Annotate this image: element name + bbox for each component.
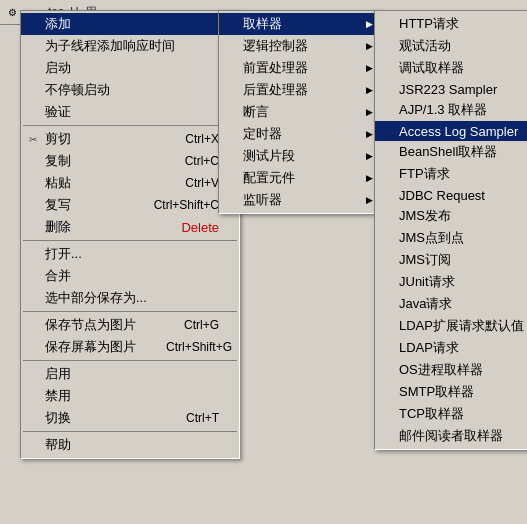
context-menu-level3: HTTP请求 观试活动 调试取样器 JSR223 Sampler AJP/1.3… (374, 10, 527, 450)
menu-item-redo-shortcut: Ctrl+Shift+C (124, 198, 219, 212)
menu-item-open[interactable]: 打开... (21, 243, 239, 265)
menu-item-cut-shortcut: Ctrl+X (155, 132, 219, 146)
menu-item-save-node-image[interactable]: 保存节点为图片 Ctrl+G (21, 314, 239, 336)
menu-item-config-elem-label: 配置元件 (243, 169, 295, 187)
menu-item-test-activity[interactable]: 观试活动 (375, 35, 527, 57)
menu-item-os-process-sampler-label: OS进程取样器 (399, 361, 483, 379)
scissors-icon (25, 131, 41, 147)
menu-item-timer-label: 定时器 (243, 125, 282, 143)
menu-item-http-request[interactable]: HTTP请求 (375, 13, 527, 35)
menu-item-ldap-request[interactable]: LDAP请求 (375, 337, 527, 359)
menu-item-validate[interactable]: 验证 (21, 101, 239, 123)
menu-item-ldap-ext-default-label: LDAP扩展请求默认值 (399, 317, 524, 335)
menu-item-delete-label: 删除 (45, 218, 71, 236)
menu-item-config-elem[interactable]: 配置元件 (219, 167, 377, 189)
menu-item-cut-label: 剪切 (45, 130, 71, 148)
menu-item-jsr223-sampler[interactable]: JSR223 Sampler (375, 79, 527, 99)
menu-item-access-log-sampler[interactable]: Access Log Sampler (375, 121, 527, 141)
menu-item-access-log-sampler-label: Access Log Sampler (399, 124, 518, 139)
menu-item-start-label: 启动 (45, 59, 71, 77)
menu-item-jdbc-request[interactable]: JDBC Request (375, 185, 527, 205)
menu-item-save-screen-image-shortcut: Ctrl+Shift+G (136, 340, 232, 354)
menu-item-debug-sampler-label: 调试取样器 (399, 59, 464, 77)
menu-item-os-process-sampler[interactable]: OS进程取样器 (375, 359, 527, 381)
menu-item-save-node-image-shortcut: Ctrl+G (154, 318, 219, 332)
menu-item-redo-label: 复写 (45, 196, 71, 214)
toolbar-icon-1: ⚙ (4, 4, 20, 20)
menu-item-cut[interactable]: 剪切 Ctrl+X (21, 128, 239, 150)
menu-item-jms-point[interactable]: JMS点到点 (375, 227, 527, 249)
menu-item-help-label: 帮助 (45, 436, 71, 454)
menu-item-assertion-label: 断言 (243, 103, 269, 121)
menu-item-start[interactable]: 启动 (21, 57, 239, 79)
menu-item-logic-ctrl[interactable]: 逻辑控制器 (219, 35, 377, 57)
menu-item-listener[interactable]: 监听器 (219, 189, 377, 211)
menu-item-jms-subscribe[interactable]: JMS订阅 (375, 249, 527, 271)
menu-item-test-fragment[interactable]: 测试片段 (219, 145, 377, 167)
menu-item-junit-request[interactable]: JUnit请求 (375, 271, 527, 293)
menu-item-listener-label: 监听器 (243, 191, 282, 209)
menu-item-save-node-image-label: 保存节点为图片 (45, 316, 136, 334)
menu-item-jdbc-request-label: JDBC Request (399, 188, 485, 203)
menu-item-save-selection[interactable]: 选中部分保存为... (21, 287, 239, 309)
menu-item-add[interactable]: 添加 (21, 13, 239, 35)
menu-item-disable[interactable]: 禁用 (21, 385, 239, 407)
menu-item-help[interactable]: 帮助 (21, 434, 239, 456)
menu-item-jms-publish[interactable]: JMS发布 (375, 205, 527, 227)
menu-item-mail-reader-sampler-label: 邮件阅读者取样器 (399, 427, 503, 445)
menu-item-sampler[interactable]: 取样器 (219, 13, 377, 35)
menu-item-tcp-sampler[interactable]: TCP取样器 (375, 403, 527, 425)
menu-item-copy[interactable]: 复制 Ctrl+C (21, 150, 239, 172)
menu-item-mail-reader-sampler[interactable]: 邮件阅读者取样器 (375, 425, 527, 447)
menu-item-junit-request-label: JUnit请求 (399, 273, 455, 291)
menu-item-enable[interactable]: 启用 (21, 363, 239, 385)
menu-item-paste-shortcut: Ctrl+V (155, 176, 219, 190)
menu-item-beanshell-sampler[interactable]: BeanShell取样器 (375, 141, 527, 163)
menu-item-jms-publish-label: JMS发布 (399, 207, 451, 225)
menu-item-sampler-label: 取样器 (243, 15, 282, 33)
menu-item-tcp-sampler-label: TCP取样器 (399, 405, 464, 423)
menu-item-delete[interactable]: 删除 Delete (21, 216, 239, 238)
menu-item-enable-label: 启用 (45, 365, 71, 383)
separator-3 (23, 311, 237, 312)
menu-item-jms-subscribe-label: JMS订阅 (399, 251, 451, 269)
menu-item-toggle[interactable]: 切换 Ctrl+T (21, 407, 239, 429)
menu-item-copy-shortcut: Ctrl+C (155, 154, 219, 168)
menu-item-ldap-ext-default[interactable]: LDAP扩展请求默认值 (375, 315, 527, 337)
menu-item-paste[interactable]: 粘贴 Ctrl+V (21, 172, 239, 194)
menu-item-add-label: 添加 (45, 15, 71, 33)
menu-item-ajp-sampler[interactable]: AJP/1.3 取样器 (375, 99, 527, 121)
menu-item-merge[interactable]: 合并 (21, 265, 239, 287)
menu-item-toggle-label: 切换 (45, 409, 71, 427)
menu-item-no-pause-start[interactable]: 不停顿启动 (21, 79, 239, 101)
separator-5 (23, 431, 237, 432)
menu-item-open-label: 打开... (45, 245, 82, 263)
menu-item-jsr223-sampler-label: JSR223 Sampler (399, 82, 497, 97)
separator-4 (23, 360, 237, 361)
menu-item-post-proc[interactable]: 后置处理器 (219, 79, 377, 101)
menu-item-jms-point-label: JMS点到点 (399, 229, 464, 247)
menu-item-pre-proc[interactable]: 前置处理器 (219, 57, 377, 79)
context-menu-level2: 取样器 逻辑控制器 前置处理器 后置处理器 断言 定时器 测试片段 配置元件 监… (218, 10, 378, 214)
menu-item-save-selection-label: 选中部分保存为... (45, 289, 147, 307)
menu-item-redo[interactable]: 复写 Ctrl+Shift+C (21, 194, 239, 216)
menu-item-ajp-sampler-label: AJP/1.3 取样器 (399, 101, 487, 119)
menu-item-timer[interactable]: 定时器 (219, 123, 377, 145)
menu-item-ftp-request[interactable]: FTP请求 (375, 163, 527, 185)
menu-item-java-request[interactable]: Java请求 (375, 293, 527, 315)
menu-item-smtp-sampler[interactable]: SMTP取样器 (375, 381, 527, 403)
separator-2 (23, 240, 237, 241)
menu-item-http-request-label: HTTP请求 (399, 15, 459, 33)
menu-item-delete-shortcut: Delete (151, 220, 219, 235)
menu-item-pre-proc-label: 前置处理器 (243, 59, 308, 77)
menu-item-beanshell-sampler-label: BeanShell取样器 (399, 143, 497, 161)
menu-item-add-response-time[interactable]: 为子线程添加响应时间 (21, 35, 239, 57)
menu-item-debug-sampler[interactable]: 调试取样器 (375, 57, 527, 79)
menu-item-save-screen-image[interactable]: 保存屏幕为图片 Ctrl+Shift+G (21, 336, 239, 358)
menu-item-smtp-sampler-label: SMTP取样器 (399, 383, 474, 401)
menu-item-post-proc-label: 后置处理器 (243, 81, 308, 99)
context-menu-level1: 添加 为子线程添加响应时间 启动 不停顿启动 验证 剪切 Ctrl+X 复制 C… (20, 10, 240, 459)
menu-item-merge-label: 合并 (45, 267, 71, 285)
menu-item-ftp-request-label: FTP请求 (399, 165, 450, 183)
menu-item-assertion[interactable]: 断言 (219, 101, 377, 123)
